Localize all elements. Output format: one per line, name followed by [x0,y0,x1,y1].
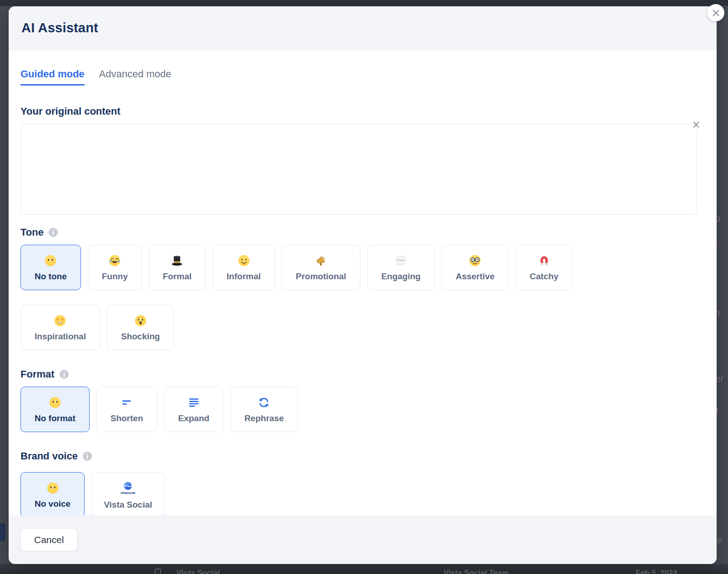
magnet-emoji [537,254,551,267]
original-content-field-wrap [20,124,697,215]
brand-voice-section-label: Brand voice [20,450,705,462]
tab-guided-mode[interactable]: Guided mode [20,68,85,86]
face-without-mouth-emoji [46,481,60,495]
format-info-icon[interactable] [60,370,69,379]
shocked-face-emoji [134,314,147,327]
tone-option-promotional[interactable]: Promotional [282,245,360,290]
cancel-button[interactable]: Cancel [20,529,77,551]
tone-option-shocking[interactable]: Shocking [107,305,174,350]
tone-option-label: Engaging [381,272,421,282]
laughing-tears-emoji [108,254,121,267]
format-option-no-format[interactable]: No format [20,387,90,432]
nerd-face-emoji [468,254,482,267]
star-struck-emoji [53,314,67,327]
clear-content-button[interactable] [690,118,703,131]
face-without-mouth-emoji [48,396,62,409]
format-option-shorten[interactable]: Shorten [96,387,157,432]
tone-label-text: Tone [20,227,44,238]
tone-option-inspirational[interactable]: Inspirational [20,305,100,350]
tone-section-label: Tone [20,227,705,238]
face-without-mouth-emoji [44,254,57,267]
background-logo-fragment [0,523,5,541]
tone-option-label: Formal [163,272,192,282]
tone-option-label: Assertive [455,272,495,282]
modal-title: AI Assistant [21,20,98,35]
tone-option-label: Funny [102,272,128,282]
tone-option-funny[interactable]: Funny [88,245,142,290]
modal-header: AI Assistant [9,6,717,50]
tone-option-label: Inspirational [35,332,86,342]
tone-option-label: Informal [227,272,261,282]
vista-social-wordmark: vistasocial [121,491,136,494]
close-modal-button[interactable] [707,4,724,21]
background-top-strip [0,0,728,6]
tone-option-catchy[interactable]: Catchy [516,245,572,290]
format-section-label: Format [20,368,705,380]
tone-option-label: Shocking [121,332,160,342]
megaphone-emoji [314,254,328,267]
clear-x-icon [692,121,700,129]
tone-option-engaging[interactable]: Engaging [367,245,435,290]
background-date: Feb 5, 2024 [636,569,677,574]
shorten-lines-icon [120,396,134,409]
tone-option-informal[interactable]: Informal [212,245,275,290]
original-content-textarea[interactable] [20,124,697,215]
slight-smile-emoji [237,254,251,267]
tone-options-row-1: No tone Funny Formal Informal Promotiona… [20,245,705,290]
format-option-label: Expand [178,413,210,423]
tone-option-formal[interactable]: Formal [149,245,206,290]
tone-options-row-2: Inspirational Shocking [20,305,705,350]
format-options-row: No format Shorten Expand Rephrase [20,387,705,432]
format-label-text: Format [20,368,55,380]
format-option-expand[interactable]: Expand [164,387,224,432]
tone-info-icon[interactable] [49,228,58,237]
tone-option-assertive[interactable]: Assertive [441,245,509,290]
format-option-rephrase[interactable]: Rephrase [230,387,298,432]
format-option-label: Shorten [111,413,143,423]
brand-voice-option-label: Vista Social [104,500,152,510]
background-post-icon [155,569,161,574]
background-author: Vista Social Team [444,569,509,574]
tone-option-no-tone[interactable]: No tone [20,245,81,290]
format-option-label: Rephrase [244,413,284,423]
brand-voice-label-text: Brand voice [20,450,78,462]
brand-voice-options-row: No voice vistasocial Vista [20,472,705,518]
brand-voice-info-icon[interactable] [83,452,92,461]
tone-option-label: Catchy [530,272,558,282]
tone-option-label: Promotional [296,272,346,282]
brand-voice-option-label: No voice [35,499,71,509]
brand-voice-option-no-voice[interactable]: No voice [20,472,85,518]
background-table-row: Vista Social Vista Social Team Feb 5, 20… [0,564,728,574]
tab-advanced-mode[interactable]: Advanced mode [99,68,172,86]
background-post-name: Vista Social [177,569,220,574]
format-option-label: No format [35,413,76,423]
modal-body: Guided mode Advanced mode Your original … [9,50,717,564]
tone-option-label: No tone [35,272,67,282]
brand-voice-option-vista-social[interactable]: vistasocial Vista Social [91,472,164,518]
close-x-icon [712,9,720,17]
mode-tabs: Guided mode Advanced mode [20,68,705,86]
speech-bubble-emoji [394,254,408,267]
top-hat-emoji [170,254,184,267]
ai-assistant-modal: AI Assistant Guided mode Advanced mode Y… [9,6,717,564]
vista-social-logo: vistasocial [110,480,146,498]
original-content-label: Your original content [20,106,705,117]
modal-footer: Cancel [9,515,717,564]
expand-lines-icon [187,396,201,409]
refresh-arrows-icon [257,396,271,409]
